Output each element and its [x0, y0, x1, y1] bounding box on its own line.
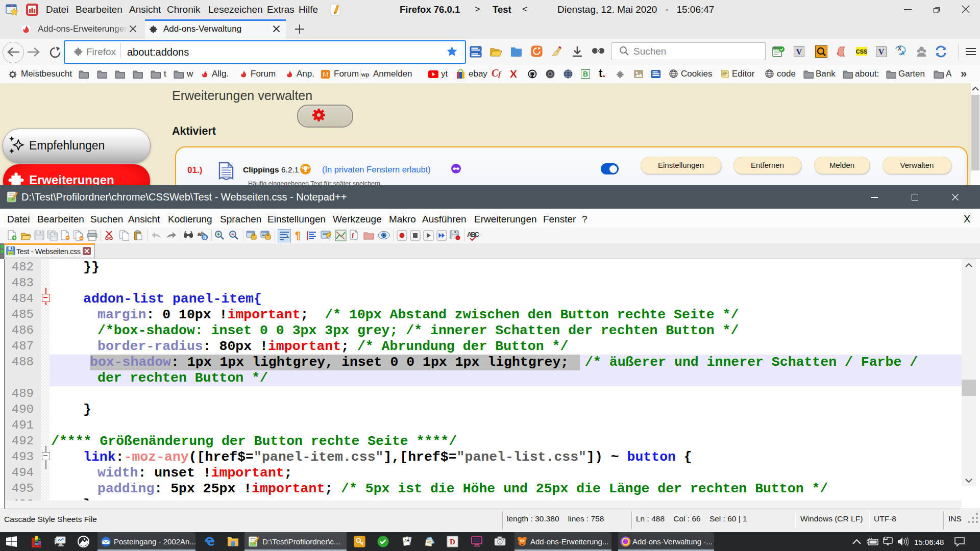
svg-text:wp: wp [361, 71, 370, 78]
svg-text:A: A [901, 51, 904, 56]
svg-text:CSS: CSS [856, 48, 867, 55]
svg-text:V: V [878, 47, 885, 56]
svg-text:¶: ¶ [295, 230, 301, 241]
svg-text:D: D [450, 538, 455, 546]
svg-text:f: f [352, 232, 354, 240]
svg-text:b: b [203, 235, 206, 240]
svg-text:B: B [583, 70, 588, 78]
svg-text:V: V [796, 47, 802, 56]
svg-text:f-f: f-f [323, 72, 329, 78]
svg-text:ABC: ABC [467, 231, 480, 238]
